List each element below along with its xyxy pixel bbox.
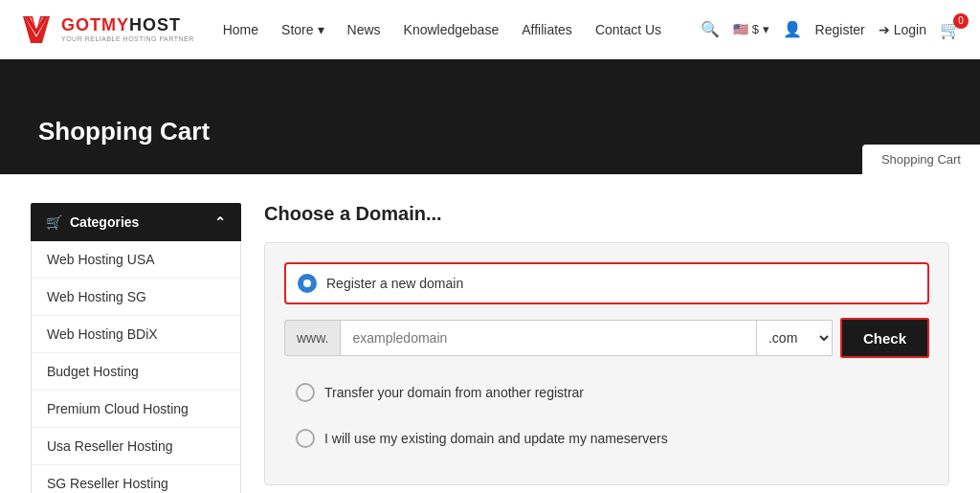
chevron-down-icon: ▾ bbox=[318, 22, 324, 37]
nav-right: 🔍 🇺🇸 $ ▾ 👤 Register ➔ Login 🛒 0 bbox=[701, 19, 961, 40]
nav-knowledgebase[interactable]: Knowledgebase bbox=[404, 22, 500, 37]
currency-label: $ ▾ bbox=[752, 22, 769, 36]
chevron-up-icon: ⌃ bbox=[214, 214, 226, 230]
nav-store[interactable]: Store ▾ bbox=[281, 22, 323, 37]
nav-affiliates[interactable]: Affiliates bbox=[522, 22, 572, 37]
option-register-new[interactable]: Register a new domain bbox=[284, 262, 929, 304]
sidebar-header: 🛒 Categories ⌃ bbox=[31, 203, 241, 241]
login-icon: ➔ bbox=[879, 22, 890, 37]
cart-button[interactable]: 🛒 0 bbox=[940, 19, 961, 40]
www-label: www. bbox=[284, 320, 340, 356]
radio-existing bbox=[296, 429, 315, 448]
nav-links: Home Store ▾ News Knowledgebase Affiliat… bbox=[223, 22, 701, 37]
domain-section-title: Choose a Domain... bbox=[264, 203, 949, 225]
flag-currency[interactable]: 🇺🇸 $ ▾ bbox=[733, 22, 769, 36]
main-content: 🛒 Categories ⌃ Web Hosting USA Web Hosti… bbox=[11, 174, 969, 493]
search-icon[interactable]: 🔍 bbox=[701, 20, 720, 38]
sidebar-title: Categories bbox=[70, 214, 139, 230]
sidebar: 🛒 Categories ⌃ Web Hosting USA Web Hosti… bbox=[31, 203, 241, 493]
sidebar-list: Web Hosting USA Web Hosting SG Web Hosti… bbox=[31, 241, 241, 493]
user-icon: 👤 bbox=[783, 20, 802, 38]
sidebar-item-usa-reseller[interactable]: Usa Reseller Hosting bbox=[32, 428, 240, 465]
cart-badge: 0 bbox=[953, 13, 969, 29]
breadcrumb: Shopping Cart bbox=[862, 145, 980, 174]
option-register-label: Register a new domain bbox=[326, 276, 463, 291]
domain-input-row: www. .com .net .org .info .co Check bbox=[284, 318, 929, 358]
option-existing-label: I will use my existing domain and update… bbox=[324, 431, 668, 446]
nav-news[interactable]: News bbox=[347, 22, 381, 37]
nav-contact[interactable]: Contact Us bbox=[595, 22, 661, 37]
nav-home[interactable]: Home bbox=[223, 22, 258, 37]
radio-register-new bbox=[298, 274, 317, 293]
flag-icon: 🇺🇸 bbox=[733, 22, 748, 36]
option-transfer-label: Transfer your domain from another regist… bbox=[324, 385, 584, 400]
sidebar-item-web-hosting-sg[interactable]: Web Hosting SG bbox=[32, 279, 240, 316]
sidebar-item-web-hosting-bdix[interactable]: Web Hosting BDiX bbox=[32, 316, 240, 353]
domain-box: Register a new domain www. .com .net .or… bbox=[264, 242, 949, 485]
check-button[interactable]: Check bbox=[840, 318, 929, 358]
hero-banner: Shopping Cart Shopping Cart bbox=[0, 59, 980, 174]
navbar: GOTMYHOST Your Reliable Hosting Partner … bbox=[0, 0, 980, 59]
domain-section: Choose a Domain... Register a new domain… bbox=[264, 203, 949, 493]
tld-select[interactable]: .com .net .org .info .co bbox=[756, 320, 833, 356]
sidebar-item-premium-cloud[interactable]: Premium Cloud Hosting bbox=[32, 391, 240, 428]
domain-input[interactable] bbox=[340, 320, 756, 356]
register-link[interactable]: Register bbox=[815, 22, 865, 37]
logo-icon bbox=[19, 12, 54, 47]
option-existing[interactable]: I will use my existing domain and update… bbox=[284, 419, 929, 458]
option-transfer[interactable]: Transfer your domain from another regist… bbox=[284, 373, 929, 412]
sidebar-item-web-hosting-usa[interactable]: Web Hosting USA bbox=[32, 241, 240, 279]
radio-transfer bbox=[296, 383, 315, 402]
sidebar-item-budget-hosting[interactable]: Budget Hosting bbox=[32, 353, 240, 391]
cart-sidebar-icon: 🛒 bbox=[46, 214, 62, 230]
sidebar-item-sg-reseller[interactable]: SG Reseller Hosting bbox=[32, 465, 240, 493]
page-title: Shopping Cart bbox=[38, 117, 210, 146]
login-link[interactable]: ➔ Login bbox=[879, 22, 926, 37]
logo[interactable]: GOTMYHOST Your Reliable Hosting Partner bbox=[19, 12, 194, 47]
